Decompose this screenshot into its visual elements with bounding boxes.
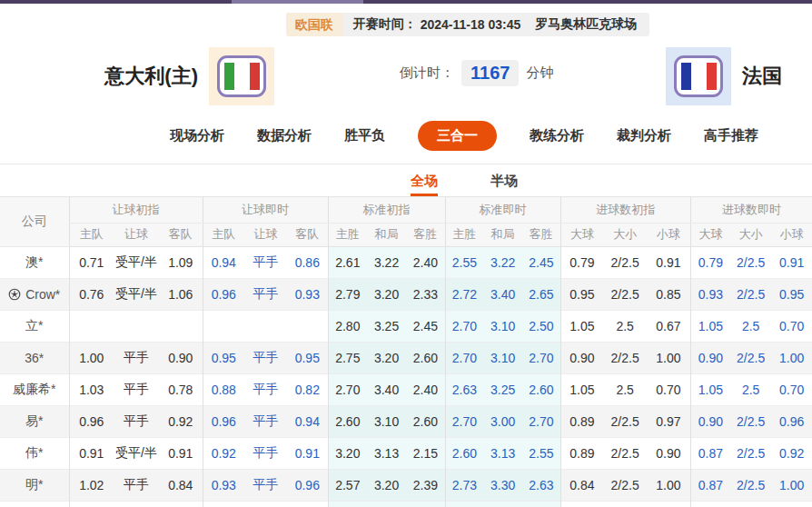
table-row: 明*1.02平手0.840.93平手0.962.573.202.392.733.… xyxy=(0,469,812,501)
odds-cell: 0.89 xyxy=(560,437,603,469)
match-header: 意大利(主) 倒计时： 1167 分钟 法国 xyxy=(0,47,812,105)
odds-cell: 0.70 xyxy=(647,373,690,405)
odds-cell: 0.95 xyxy=(771,278,812,310)
column-subheader: 主队 xyxy=(203,223,244,246)
odds-cell: 0.93 xyxy=(203,469,244,501)
odds-cell: 2.45 xyxy=(406,310,445,342)
page: 欧国联 开赛时间： 2024-11-18 03:45 罗马奥林匹克球场 意大利(… xyxy=(0,0,812,507)
odds-cell: 3.10 xyxy=(367,405,406,437)
column-subheader: 客胜 xyxy=(522,223,560,246)
odds-cell: 1.03 xyxy=(69,373,114,405)
odds-cell: 3.20 xyxy=(367,278,406,310)
countdown-label: 倒计时： xyxy=(400,65,454,82)
column-subheader: 主胜 xyxy=(445,223,483,246)
tab-data-analysis[interactable]: 数据分析 xyxy=(257,121,312,151)
odds-cell xyxy=(159,310,203,342)
company-name: 澳* xyxy=(25,254,43,271)
match-info-bar: 欧国联 开赛时间： 2024-11-18 03:45 罗马奥林匹克球场 xyxy=(286,13,650,36)
company-cell: 澳* xyxy=(0,246,69,278)
odds-cell: 3.40 xyxy=(483,278,522,310)
odds-cell: 1.09 xyxy=(159,246,203,278)
tab-three-in-one[interactable]: 三合一 xyxy=(418,121,497,151)
odds-cell xyxy=(69,501,114,507)
tab-expert-picks[interactable]: 高手推荐 xyxy=(704,121,758,151)
odds-cell xyxy=(367,501,406,507)
odds-cell: 2/2.5 xyxy=(730,469,771,501)
countdown: 倒计时： 1167 分钟 xyxy=(400,60,553,86)
odds-cell xyxy=(114,310,159,342)
odds-cell: 2.33 xyxy=(406,278,445,310)
odds-cell: 2.15 xyxy=(406,437,445,469)
table-row: 威廉希*1.03平手0.780.88平手0.822.703.402.402.63… xyxy=(0,373,812,405)
company-name: 威廉希* xyxy=(13,382,55,398)
countdown-unit: 分钟 xyxy=(526,65,553,82)
tab-live-analysis[interactable]: 现场分析 xyxy=(170,121,224,151)
odds-cell: 1.05 xyxy=(560,310,603,342)
column-subheader: 大球 xyxy=(690,223,730,246)
odds-cell: 2.70 xyxy=(328,373,367,405)
odds-cell: 0.76 xyxy=(69,278,114,310)
company-cell: Crow* xyxy=(0,278,69,310)
odds-cell: 0.95 xyxy=(203,342,244,373)
odds-cell: 0.87 xyxy=(690,437,730,469)
tab-win-draw-lose[interactable]: 胜平负 xyxy=(344,121,385,151)
table-row: 36*1.00平手0.900.95平手0.952.753.202.602.703… xyxy=(0,342,812,373)
odds-cell: 2/2.5 xyxy=(603,278,647,310)
odds-cell: 2.39 xyxy=(406,469,445,501)
odds-cell: 2.70 xyxy=(445,342,483,373)
odds-cell: 平手 xyxy=(244,342,287,373)
odds-cell: 平手 xyxy=(244,246,287,278)
odds-cell: 0.90 xyxy=(159,342,203,373)
odds-cell: 2.60 xyxy=(328,405,367,437)
odds-cell: 1.00 xyxy=(771,342,812,373)
company-cell: 伟* xyxy=(0,437,69,469)
company-name: 36* xyxy=(25,351,44,365)
odds-cell: 2.60 xyxy=(406,342,445,373)
odds-cell: 2.70 xyxy=(522,342,560,373)
home-team-name: 意大利(主) xyxy=(104,63,198,90)
company-name: Crow* xyxy=(25,287,60,302)
odds-cell: 0.85 xyxy=(647,278,690,310)
odds-cell: 平手 xyxy=(114,342,159,373)
odds-cell: 0.67 xyxy=(647,310,690,342)
tab-half-match[interactable]: 半场 xyxy=(490,164,518,196)
odds-cell: 2.5 xyxy=(730,310,771,342)
odds-cell: 0.91 xyxy=(771,246,812,278)
odds-cell: 平手 xyxy=(114,405,159,437)
tab-full-match[interactable]: 全场 xyxy=(411,164,438,196)
column-group-header: 让球初指 xyxy=(69,197,203,223)
odds-cell: 2/2.5 xyxy=(603,437,647,469)
odds-cell xyxy=(730,501,771,507)
away-flag-panel xyxy=(666,47,731,105)
odds-cell xyxy=(771,501,812,507)
odds-cell: 2/2.5 xyxy=(603,342,647,373)
odds-cell xyxy=(244,501,287,507)
odds-cell: 平手 xyxy=(114,373,159,405)
column-subheader: 主胜 xyxy=(328,223,367,246)
odds-cell: 平手 xyxy=(244,278,287,310)
odds-cell: 2.55 xyxy=(445,246,483,278)
odds-cell: 0.70 xyxy=(771,373,812,405)
column-subheader: 大小 xyxy=(603,223,647,246)
france-flag-icon xyxy=(674,55,723,97)
column-subheader: 让球 xyxy=(114,223,159,246)
table-row: 澳*0.71受平/半1.090.94平手0.862.613.222.402.55… xyxy=(0,246,812,278)
odds-cell: 2.70 xyxy=(445,310,483,342)
league-badge[interactable]: 欧国联 xyxy=(286,13,342,36)
odds-cell: 2.63 xyxy=(445,373,483,405)
odds-table: 公司让球初指让球即时标准初指标准即时进球数初指进球数即时主队让球客队主队让球客队… xyxy=(0,197,812,507)
odds-cell: 平手 xyxy=(244,469,287,501)
odds-cell: 2.60 xyxy=(406,405,445,437)
odds-cell: 3.22 xyxy=(483,246,522,278)
tab-referee-analysis[interactable]: 裁判分析 xyxy=(617,121,671,151)
odds-cell: 0.84 xyxy=(560,469,603,501)
odds-cell: 2.65 xyxy=(522,278,560,310)
odds-cell xyxy=(690,501,730,507)
odds-cell: 3.20 xyxy=(367,469,406,501)
odds-cell: 0.82 xyxy=(287,373,328,405)
odds-cell: 2.73 xyxy=(445,469,483,501)
odds-cell: 0.97 xyxy=(647,405,690,437)
odds-cell: 1.06 xyxy=(159,278,203,310)
tab-coach-analysis[interactable]: 教练分析 xyxy=(530,121,584,151)
column-group-header: 让球即时 xyxy=(203,197,328,223)
